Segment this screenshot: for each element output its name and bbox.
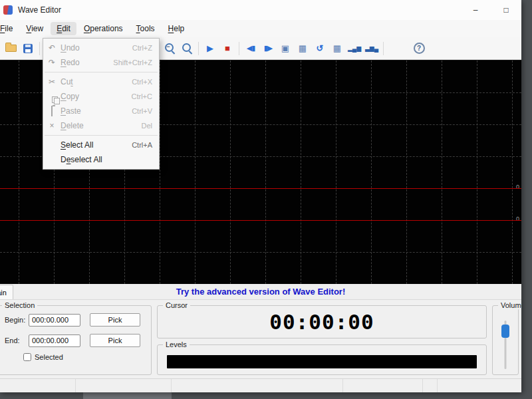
grid-vline — [406, 61, 407, 284]
shortcut-label: Shift+Ctrl+Z — [113, 59, 152, 66]
levels-view-button[interactable]: ▃▆▄ — [364, 41, 380, 57]
menu-edit[interactable]: Edit — [51, 22, 76, 35]
statusbar — [0, 378, 521, 392]
delete-icon: × — [49, 122, 54, 130]
zoom-out-icon: − — [164, 42, 176, 55]
levels-meter — [167, 355, 477, 368]
begin-pick-button[interactable]: Pick — [90, 313, 140, 327]
end-pick-button[interactable]: Pick — [90, 334, 140, 347]
menu-item-select-all[interactable]: Select All Ctrl+A — [43, 138, 159, 152]
save-button[interactable] — [20, 41, 36, 57]
menu-item-copy[interactable]: Copy Ctrl+C — [43, 89, 159, 104]
goto-start-icon: ◀▮ — [247, 44, 255, 53]
menubar: File View Edit Operations Tools Help — [0, 20, 521, 37]
minimize-button[interactable]: – — [460, 0, 491, 20]
selected-checkbox[interactable] — [23, 353, 31, 361]
statusbar-cell — [172, 379, 343, 392]
volume-group-title: Volume — [498, 301, 521, 309]
help-button[interactable]: ? — [411, 41, 427, 57]
amplitude-scale-label: 0 — [516, 184, 519, 190]
goto-end-button[interactable]: ▮▶ — [260, 41, 276, 57]
bars-icon: ▃▆▄ — [365, 45, 378, 52]
cut-icon: ✂ — [49, 78, 55, 86]
tab-main[interactable]: Main — [0, 285, 13, 299]
end-input[interactable] — [29, 334, 80, 347]
stop-icon: ■ — [225, 43, 230, 53]
grid-vline — [195, 61, 196, 284]
shortcut-label: Ctrl+X — [132, 78, 152, 86]
cursor-levels-column: Cursor 00:00:00 Levels — [157, 305, 487, 375]
shortcut-label: Ctrl+V — [132, 107, 152, 115]
grid-hline — [0, 252, 521, 253]
ruler-icon: ▦ — [333, 43, 341, 53]
statusbar-cell — [343, 379, 423, 392]
menu-view[interactable]: View — [20, 22, 49, 35]
open-button[interactable] — [3, 41, 19, 57]
tabbar: Main Try the advanced version of Wave Ed… — [0, 284, 521, 300]
edit-menu-dropdown: ↶ Undo Ctrl+Z ↷ Redo Shift+Ctrl+Z ✂ Cut … — [43, 38, 160, 170]
revert-view-button[interactable]: ↺ — [312, 41, 328, 57]
help-icon: ? — [414, 43, 425, 54]
grid-vline — [371, 61, 372, 284]
menu-separator — [45, 72, 158, 72]
ruler-button[interactable]: ▦ — [329, 41, 345, 57]
titlebar[interactable]: Wave Editor – □ — [0, 0, 521, 20]
menu-item-paste[interactable]: Paste Ctrl+V — [43, 104, 159, 118]
channel-zero-line — [0, 188, 521, 189]
menu-item-label: Redo — [61, 58, 113, 67]
menu-item-cut[interactable]: ✂ Cut Ctrl+X — [43, 74, 159, 89]
menu-item-redo[interactable]: ↷ Redo Shift+Ctrl+Z — [43, 55, 159, 70]
grid-vline — [336, 61, 336, 284]
open-folder-icon — [5, 45, 17, 52]
shortcut-label: Ctrl+Z — [132, 44, 152, 52]
menu-item-label: Copy — [61, 92, 132, 101]
grid-vline — [19, 61, 19, 284]
amplitude-scale-label: 0 — [516, 216, 519, 222]
cursor-time-display: 00:00:00 — [158, 306, 486, 338]
menu-item-undo[interactable]: ↶ Undo Ctrl+Z — [43, 41, 159, 55]
grid-icon: ▦ — [299, 43, 307, 53]
statusbar-cell — [423, 379, 438, 392]
zoom-fit-button[interactable] — [179, 41, 195, 57]
grid-vline — [442, 61, 442, 284]
selection-group-title: Selection — [2, 301, 37, 309]
toolbar-separator — [39, 42, 40, 55]
statusbar-cell — [438, 379, 521, 392]
channel-zero-line — [0, 220, 521, 221]
cursor-group-title: Cursor — [163, 301, 190, 309]
menu-help[interactable]: Help — [162, 22, 191, 35]
menu-item-label: Paste — [61, 106, 132, 116]
taskbar-fragment — [83, 392, 172, 399]
shortcut-label: Ctrl+C — [132, 92, 152, 100]
play-button[interactable]: ▶ — [202, 41, 218, 57]
goto-start-button[interactable]: ◀▮ — [243, 41, 259, 57]
menu-item-delete[interactable]: × Delete Del — [43, 118, 159, 133]
bars-icon: ▂▄▆ — [348, 45, 361, 52]
begin-input[interactable] — [29, 314, 80, 327]
volume-slider-thumb[interactable] — [501, 325, 509, 338]
mix-button[interactable]: ▣ — [277, 41, 293, 57]
menu-item-label: Deselect All — [61, 155, 152, 164]
levels-group-title: Levels — [163, 340, 190, 348]
mix-icon: ▣ — [281, 43, 289, 53]
window-title: Wave Editor — [18, 5, 61, 15]
zoom-out-button[interactable]: − — [162, 41, 178, 57]
grid-vline — [230, 61, 231, 284]
maximize-button[interactable]: □ — [491, 0, 521, 20]
menu-operations[interactable]: Operations — [78, 22, 129, 35]
grid-button[interactable]: ▦ — [295, 41, 311, 57]
menu-item-deselect-all[interactable]: Deselect All — [43, 152, 159, 167]
volume-group: Volume — [492, 305, 519, 375]
grid-vline — [301, 61, 301, 284]
grid-vline — [477, 61, 477, 284]
menu-item-label: Delete — [61, 121, 141, 130]
stats-button[interactable]: ▂▄▆ — [346, 41, 362, 57]
paste-icon — [51, 107, 53, 115]
toolbar-separator — [383, 42, 384, 55]
selected-label: Selected — [35, 353, 63, 361]
wave-editor-window: Wave Editor – □ File View Edit Operation… — [0, 0, 521, 392]
menu-file[interactable]: File — [0, 22, 19, 35]
menu-tools[interactable]: Tools — [130, 22, 161, 35]
begin-label: Begin: — [5, 316, 29, 324]
stop-button[interactable]: ■ — [219, 41, 235, 57]
